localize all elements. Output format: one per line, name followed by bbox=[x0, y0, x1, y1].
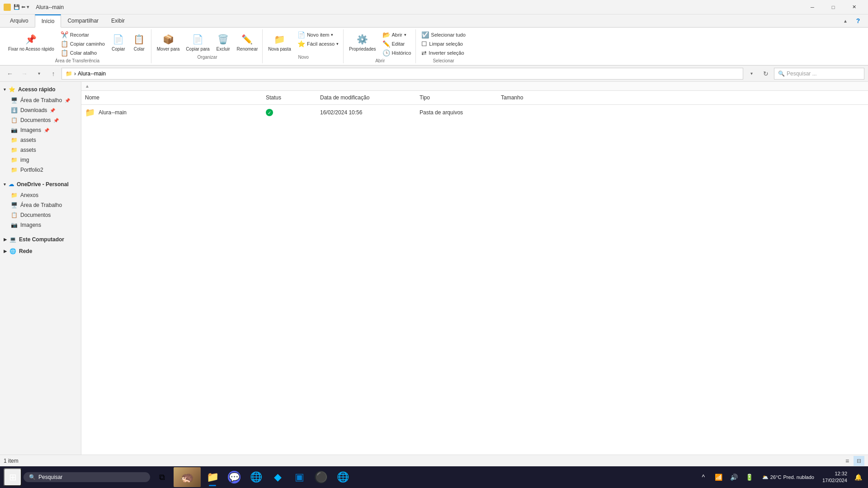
facil-acesso-label: Fácil acesso bbox=[307, 41, 335, 47]
acesso-rapido-icon: ⭐ bbox=[9, 86, 15, 93]
weather-desc: Pred. nublado bbox=[783, 474, 814, 480]
minimize-button[interactable]: ─ bbox=[802, 0, 823, 14]
col-header-date[interactable]: Data de modificação bbox=[316, 93, 416, 103]
forward-button[interactable]: → bbox=[18, 67, 31, 80]
sidebar-item-documentos2[interactable]: 📋 Documentos bbox=[0, 210, 81, 220]
volume-icon: 🔊 bbox=[730, 474, 738, 481]
recent-locations-button[interactable]: ▾ bbox=[33, 67, 45, 80]
copiar-label: Copiar bbox=[112, 47, 125, 52]
btn-historico[interactable]: 🕒 Histórico bbox=[380, 48, 414, 57]
tab-arquivo[interactable]: Arquivo bbox=[4, 14, 35, 27]
taskbar-app-discord[interactable]: 💬 bbox=[224, 467, 244, 487]
search-box[interactable]: 🔍 Pesquisar ... bbox=[774, 68, 864, 80]
clock-widget[interactable]: 12:32 17/02/2024 bbox=[821, 470, 849, 484]
novo-item-icon: 📄 bbox=[297, 31, 305, 38]
btn-editar[interactable]: ✏️ Editar bbox=[380, 39, 414, 48]
assets1-icon: 📁 bbox=[11, 137, 18, 143]
taskbar-app-chrome[interactable]: 🌐 bbox=[246, 467, 266, 487]
sidebar-item-img[interactable]: 📁 img bbox=[0, 155, 81, 165]
ribbon-help-button[interactable]: ? bbox=[852, 14, 864, 27]
taskbar-app-vscode[interactable]: ▣ bbox=[289, 467, 309, 487]
btn-facil-acesso[interactable]: ⭐ Fácil acesso ▾ bbox=[295, 39, 341, 48]
documentos2-label: Documentos bbox=[20, 212, 51, 218]
col-header-size[interactable]: Tamanho bbox=[497, 93, 552, 103]
task-view-icon: ⧉ bbox=[159, 473, 165, 482]
btn-novo-item[interactable]: 📄 Novo item ▾ bbox=[295, 30, 341, 39]
btn-fixar[interactable]: 📌 Fixar no Acesso rápido bbox=[5, 30, 57, 57]
status-bar-right: ≡ ⊟ bbox=[842, 456, 864, 466]
search-icon: 🔍 bbox=[778, 70, 785, 77]
btn-renomear[interactable]: ✏️ Renomear bbox=[234, 30, 261, 54]
taskbar-search[interactable]: 🔍 Pesquisar bbox=[24, 472, 150, 482]
refresh-button[interactable]: ↻ bbox=[760, 67, 772, 80]
start-button[interactable]: ⊞ bbox=[4, 468, 22, 486]
sidebar: ▾ ⭐ Acesso rápido 🖥️ Área de Trabalho 📌 … bbox=[0, 82, 81, 455]
col-header-name[interactable]: Nome bbox=[81, 93, 262, 103]
sidebar-item-portfolio2[interactable]: 📁 Portfolio2 bbox=[0, 165, 81, 175]
btn-inverter-selecao[interactable]: ⇄ Inverter seleção bbox=[419, 48, 468, 57]
sidebar-section-acesso-rapido[interactable]: ▾ ⭐ Acesso rápido bbox=[0, 84, 81, 95]
view-details-button[interactable]: ⊟ bbox=[854, 456, 864, 466]
sidebar-section-este-computador[interactable]: ▶ 💻 Este Computador bbox=[0, 234, 81, 245]
col-header-status[interactable]: Status bbox=[262, 93, 316, 103]
sidebar-item-area-trabalho2[interactable]: 🖥️ Área de Trabalho bbox=[0, 200, 81, 210]
taskbar-app-task-view[interactable]: ⧉ bbox=[152, 467, 172, 487]
btn-nova-pasta[interactable]: 📁 Nova pasta bbox=[265, 30, 294, 54]
sidebar-item-imagens[interactable]: 📷 Imagens 📌 bbox=[0, 125, 81, 135]
back-button[interactable]: ← bbox=[4, 67, 16, 80]
tab-exibir[interactable]: Exibir bbox=[105, 14, 131, 27]
tab-compartilhar[interactable]: Compartilhar bbox=[61, 14, 105, 27]
table-row[interactable]: 📁 Alura--main ✓ 16/02/2024 10:56 Pasta d… bbox=[81, 105, 868, 120]
network-icon-button[interactable]: 📶 bbox=[712, 471, 725, 483]
ribbon: Arquivo Início Compartilhar Exibir ▲ ? 📌… bbox=[0, 14, 868, 66]
btn-copiar-para[interactable]: 📄 Copiar para bbox=[183, 30, 212, 54]
taskbar-app-unknown[interactable]: ◆ bbox=[268, 467, 288, 487]
editar-label: Editar bbox=[392, 41, 405, 47]
vscode-icon: ▣ bbox=[295, 471, 304, 483]
address-breadcrumb[interactable]: 📁 › Alura--main bbox=[61, 68, 743, 80]
weather-widget[interactable]: 🌥️ 26°C Pred. nublado bbox=[759, 474, 818, 480]
btn-copiar-caminho[interactable]: 📋 Copiar caminho bbox=[58, 39, 108, 48]
btn-abrir[interactable]: 📂 Abrir ▾ bbox=[380, 30, 414, 39]
battery-button[interactable]: 🔋 bbox=[743, 471, 756, 483]
address-dropdown-button[interactable]: ▾ bbox=[745, 67, 758, 80]
tab-inicio[interactable]: Início bbox=[35, 14, 61, 28]
file-size-cell bbox=[497, 111, 552, 114]
btn-copiar[interactable]: 📄 Copiar bbox=[108, 30, 128, 57]
sidebar-section-onedrive[interactable]: ▾ ☁ OneDrive - Personal bbox=[0, 178, 81, 190]
btn-excluir[interactable]: 🗑️ Excluir bbox=[213, 30, 233, 54]
col-header-type[interactable]: Tipo bbox=[416, 93, 497, 103]
btn-colar[interactable]: 📋 Colar bbox=[129, 30, 149, 57]
btn-propriedades[interactable]: ⚙️ Propriedades bbox=[346, 30, 378, 57]
view-list-button[interactable]: ≡ bbox=[842, 456, 853, 466]
sidebar-item-downloads[interactable]: ⬇️ Downloads 📌 bbox=[0, 105, 81, 115]
btn-mover[interactable]: 📦 Mover para bbox=[154, 30, 183, 54]
btn-limpar-selecao[interactable]: ☐ Limpar seleção bbox=[419, 39, 468, 48]
sidebar-item-anexos[interactable]: 📁 Anexos bbox=[0, 190, 81, 200]
sidebar-item-imagens2[interactable]: 📷 Imagens bbox=[0, 220, 81, 230]
ribbon-collapse-button[interactable]: ▲ bbox=[839, 14, 852, 27]
tray-expand-button[interactable]: ^ bbox=[697, 471, 710, 483]
up-button[interactable]: ↑ bbox=[47, 67, 60, 80]
documentos-pin: 📌 bbox=[53, 118, 59, 123]
notification-button[interactable]: 🔔 bbox=[852, 471, 864, 483]
sidebar-section-rede[interactable]: ▶ 🌐 Rede bbox=[0, 245, 81, 257]
btn-recortar[interactable]: ✂️ Recortar bbox=[58, 30, 108, 39]
btn-colar-atalho[interactable]: 📋 Colar atalho bbox=[58, 48, 108, 57]
maximize-button[interactable]: □ bbox=[823, 0, 844, 14]
sidebar-item-assets1[interactable]: 📁 assets bbox=[0, 135, 81, 145]
sidebar-item-assets2[interactable]: 📁 assets bbox=[0, 145, 81, 155]
clipboard-small-buttons: ✂️ Recortar 📋 Copiar caminho 📋 Colar ata… bbox=[58, 30, 108, 57]
assets2-label: assets bbox=[20, 147, 36, 153]
chrome-icon: 🌐 bbox=[250, 471, 262, 483]
btn-selecionar-tudo[interactable]: ☑️ Selecionar tudo bbox=[419, 30, 468, 39]
sidebar-item-documentos[interactable]: 📋 Documentos 📌 bbox=[0, 115, 81, 125]
sidebar-item-area-de-trabalho[interactable]: 🖥️ Área de Trabalho 📌 bbox=[0, 95, 81, 105]
taskbar-search-placeholder: Pesquisar bbox=[38, 474, 62, 480]
taskbar-app-file-explorer[interactable]: 📁 bbox=[203, 467, 222, 487]
taskbar-app-chrome2[interactable]: 🌐 bbox=[333, 467, 353, 487]
taskbar-app-github[interactable]: ⚫ bbox=[311, 467, 331, 487]
volume-button[interactable]: 🔊 bbox=[728, 471, 741, 483]
close-button[interactable]: ✕ bbox=[844, 0, 864, 14]
file-explorer-icon: 📁 bbox=[207, 471, 219, 483]
